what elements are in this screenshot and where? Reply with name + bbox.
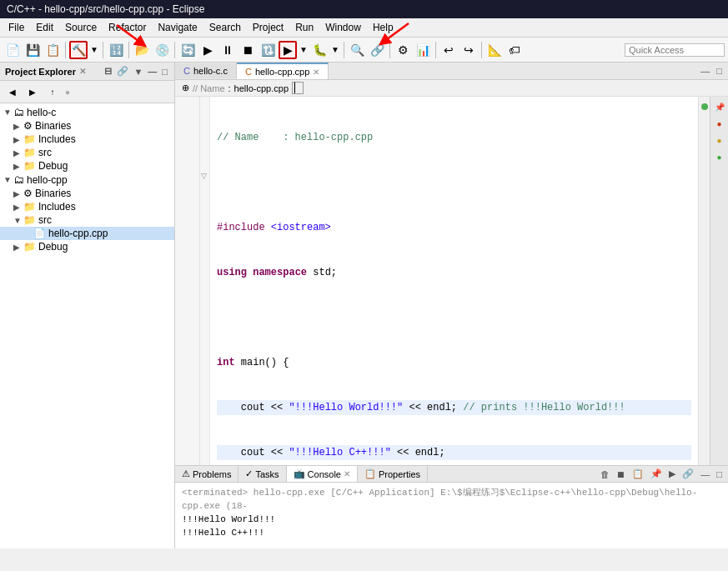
sidebar-forward-btn[interactable]: ▶ [23, 83, 42, 101]
project-hello-cpp[interactable]: ▼ 🗂 hello-cpp [0, 173, 174, 187]
hello-cpp-file[interactable]: 📄 hello-cpp.cpp [0, 227, 174, 240]
breadcrumb-cursor: ▏ [292, 82, 304, 94]
toolbar-dropdown-3[interactable]: ▼ [330, 41, 340, 59]
src-2-arrow[interactable]: ▼ [13, 216, 23, 225]
menu-file[interactable]: File [3, 20, 29, 35]
hello-c-binaries[interactable]: ▶ ⚙ Binaries [0, 119, 174, 133]
toolbar-sep-5 [344, 42, 344, 58]
toolbar-btn-11[interactable]: 🔃 [259, 41, 277, 59]
toolbar-btn-14[interactable]: ⚙ [394, 41, 412, 59]
debug-2-arrow[interactable]: ▶ [13, 243, 23, 252]
menu-project[interactable]: Project [248, 20, 289, 35]
code-content[interactable]: // Name : hello-cpp.cpp #include <iostre… [210, 97, 698, 465]
tab-hello-cpp[interactable]: C hello-cpp.cpp ✕ [237, 63, 329, 79]
binaries-2-arrow[interactable]: ▶ [13, 189, 23, 198]
console-btn-4[interactable]: 📌 [648, 468, 665, 480]
collapse-icon[interactable]: ▽ [201, 172, 207, 180]
run-button[interactable]: ▶ [279, 41, 297, 59]
quick-access-input[interactable] [625, 43, 725, 57]
toolbar-btn-6[interactable]: 💿 [153, 41, 171, 59]
menu-navigate[interactable]: Navigate [153, 20, 202, 35]
toolbar-btn-15[interactable]: 📊 [414, 41, 432, 59]
problems-tab[interactable]: ⚠ Problems [175, 466, 238, 482]
menu-run[interactable]: Run [290, 20, 319, 35]
console-clear-icon[interactable]: 🗑 [598, 468, 612, 480]
toolbar-btn-10[interactable]: ⏹ [238, 41, 257, 59]
link-editor-icon[interactable]: 🔗 [115, 65, 130, 78]
toolbar-btn-2[interactable]: 💾 [23, 41, 42, 59]
collapse-all-icon[interactable]: ⊟ [103, 65, 113, 78]
maximize-editor-icon[interactable]: □ [714, 65, 725, 77]
sidebar-up-btn[interactable]: ↑ [43, 83, 62, 101]
console-min-icon[interactable]: — [698, 468, 712, 480]
close-tab-icon[interactable]: ✕ [313, 68, 319, 77]
toolbar-btn-7[interactable]: 🔄 [178, 41, 197, 59]
rs-btn-2[interactable]: ● [713, 117, 726, 130]
build-button[interactable]: 🔨 [69, 41, 88, 59]
hello-c-arrow[interactable]: ▼ [3, 108, 13, 117]
src-2-label: src [38, 214, 52, 226]
minimize-editor-icon[interactable]: — [698, 65, 712, 77]
toolbar-btn-16[interactable]: ↩ [439, 41, 458, 59]
console-max-icon[interactable]: □ [714, 468, 725, 480]
console-close-icon[interactable]: ✕ [344, 469, 350, 478]
toolbar-btn-5[interactable]: 📂 [133, 41, 151, 59]
menu-window[interactable]: Window [320, 20, 366, 35]
rs-btn-4[interactable]: ● [713, 150, 726, 163]
hello-cpp-binaries[interactable]: ▶ ⚙ Binaries [0, 187, 174, 200]
console-btn-5[interactable]: ▶ [666, 468, 678, 480]
console-stop-icon[interactable]: ⏹ [614, 468, 628, 480]
sidebar-min-icon[interactable]: — [146, 66, 158, 78]
console-btn-6[interactable]: 🔗 [680, 468, 696, 480]
tab-hello-c[interactable]: C hello-c.c [175, 63, 237, 78]
toolbar-btn-18[interactable]: 📐 [485, 41, 504, 59]
sidebar-back-btn[interactable]: ◀ [3, 83, 22, 101]
hello-c-includes[interactable]: ▶ 📁 Includes [0, 133, 174, 146]
toolbar-btn-13[interactable]: 🔗 [368, 41, 386, 59]
console-copy-icon[interactable]: 📋 [630, 468, 646, 480]
toolbar-sep-2 [103, 42, 103, 58]
project-hello-c[interactable]: ▼ 🗂 hello-c [0, 105, 174, 119]
src-1-arrow[interactable]: ▶ [13, 148, 23, 158]
hello-c-tab-label: hello-c.c [193, 66, 228, 76]
sidebar-close-icon[interactable]: ✕ [79, 67, 86, 76]
toolbar-btn-8[interactable]: ▶ [198, 41, 217, 59]
menu-edit[interactable]: Edit [31, 20, 58, 35]
toolbar-dropdown-2[interactable]: ▼ [299, 41, 309, 59]
breadcrumb-sep: : [228, 83, 231, 93]
new-button[interactable]: 📄 [3, 41, 22, 59]
menu-help[interactable]: Help [368, 20, 399, 35]
includes-1-arrow[interactable]: ▶ [13, 135, 23, 144]
hello-cpp-debug[interactable]: ▶ 📁 Debug [0, 240, 174, 253]
toolbar-btn-17[interactable]: ↪ [459, 41, 478, 59]
menu-source[interactable]: Source [60, 20, 102, 35]
includes-2-arrow[interactable]: ▶ [13, 203, 23, 212]
toolbar-dropdown-1[interactable]: ▼ [89, 41, 99, 59]
menu-refactor[interactable]: Refactor [103, 20, 151, 35]
toolbar-btn-19[interactable]: 🏷 [505, 41, 524, 59]
hello-cpp-arrow[interactable]: ▼ [3, 175, 13, 184]
debug-1-arrow[interactable]: ▶ [13, 162, 23, 171]
console-tab[interactable]: 📺 Console ✕ [287, 466, 358, 482]
properties-tab[interactable]: 📋 Properties [358, 466, 428, 482]
debug-button[interactable]: 🐛 [310, 41, 329, 59]
hello-c-src[interactable]: ▶ 📁 src [0, 146, 174, 159]
hello-cpp-includes[interactable]: ▶ 📁 Includes [0, 200, 174, 213]
rs-btn-3[interactable]: ● [713, 133, 726, 147]
sidebar-menu-icon[interactable]: ▼ [132, 66, 144, 78]
hello-cpp-src[interactable]: ▼ 📁 src [0, 213, 174, 227]
menu-search[interactable]: Search [204, 20, 246, 35]
toolbar-btn-3[interactable]: 📋 [43, 41, 62, 59]
line-num-4 [175, 145, 199, 160]
editor-controls: — □ [698, 65, 728, 77]
binaries-1-arrow[interactable]: ▶ [13, 122, 23, 131]
marker-bar [698, 97, 710, 465]
sidebar-max-icon[interactable]: □ [160, 66, 169, 78]
sidebar-toolbar-dot: ● [65, 88, 70, 97]
toolbar-btn-9[interactable]: ⏸ [218, 41, 237, 59]
hello-c-debug[interactable]: ▶ 📁 Debug [0, 159, 174, 173]
toolbar-btn-12[interactable]: 🔍 [348, 41, 366, 59]
rs-btn-1[interactable]: 📌 [713, 100, 726, 113]
tasks-tab[interactable]: ✓ Tasks [238, 466, 286, 482]
toolbar-btn-4[interactable]: 🔢 [107, 41, 125, 59]
